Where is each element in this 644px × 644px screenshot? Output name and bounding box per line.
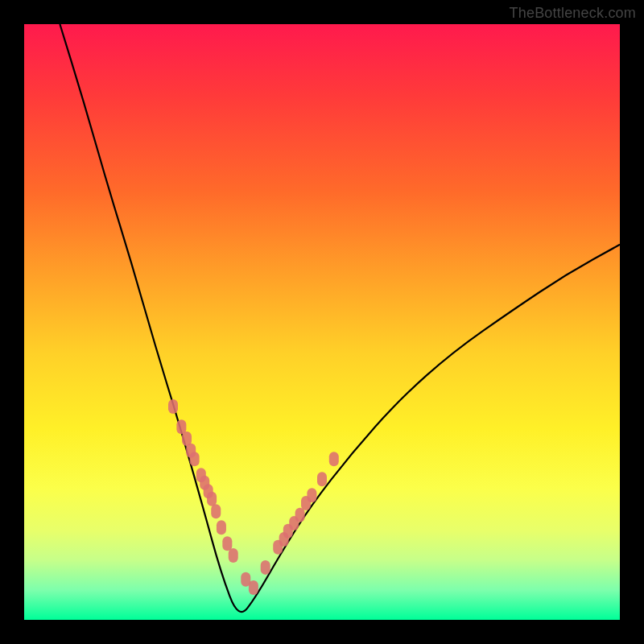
curve-marker bbox=[317, 472, 327, 486]
curve-marker bbox=[222, 536, 232, 551]
curve-marker bbox=[329, 452, 339, 466]
curve-marker bbox=[211, 504, 221, 518]
chart-frame: TheBottleneck.com bbox=[0, 0, 644, 644]
plot-area bbox=[24, 24, 620, 620]
curve-marker bbox=[207, 492, 217, 506]
curve-marker bbox=[190, 452, 200, 466]
curve-marker bbox=[168, 399, 178, 414]
watermark-text: TheBottleneck.com bbox=[510, 5, 636, 22]
curve-marker bbox=[229, 548, 238, 563]
curve-marker bbox=[249, 580, 258, 595]
curve-marker bbox=[217, 520, 226, 535]
curve-svg bbox=[24, 24, 620, 620]
curve-marker bbox=[261, 560, 270, 575]
curve-marker bbox=[295, 508, 305, 522]
marker-group bbox=[168, 399, 339, 595]
curve-marker bbox=[307, 488, 316, 502]
curve-marker bbox=[176, 419, 186, 434]
bottleneck-curve bbox=[60, 24, 620, 612]
